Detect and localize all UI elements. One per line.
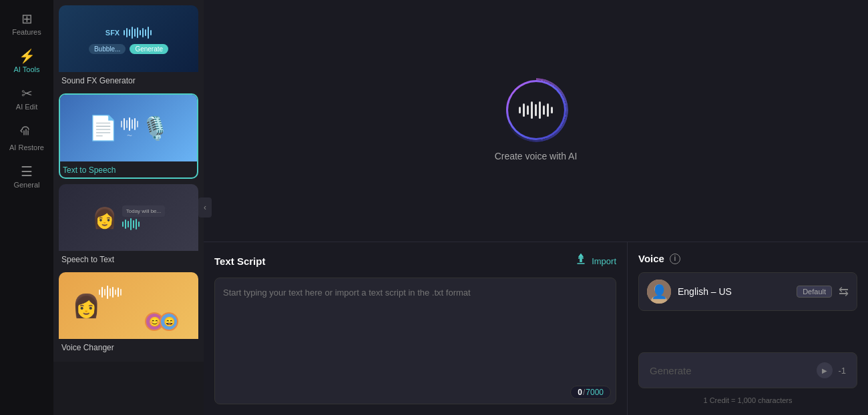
wave-bar-1	[519, 107, 521, 113]
sidebar-card-speech-to-text[interactable]: 👩 Today will be...	[59, 184, 198, 267]
tts-thumbnail: 📄 〜 🎙️	[60, 95, 197, 161]
credit-cost: -1	[838, 366, 846, 376]
char-max: 7000	[586, 388, 604, 397]
stt-label: Speech to Text	[59, 251, 198, 267]
left-navigation: ⊞ Features ⚡ AI Tools ✂ AI Edit AI Resto…	[0, 0, 53, 415]
general-icon: ☰	[21, 165, 33, 178]
features-icon: ⊞	[21, 12, 33, 25]
sidebar: SFX	[53, 0, 204, 362]
char-separator: /	[583, 388, 585, 397]
avatar-image	[647, 280, 671, 304]
nav-item-general[interactable]: ☰ General	[3, 159, 50, 194]
import-button[interactable]: Import	[574, 253, 616, 270]
wave-bar-7	[543, 105, 545, 115]
voice-header: Voice i	[638, 253, 857, 264]
nav-item-features[interactable]: ⊞ Features	[3, 7, 50, 41]
nav-label-features: Features	[12, 28, 41, 36]
sidebar-collapse-button[interactable]: ‹	[198, 197, 212, 218]
swap-icon[interactable]: ⇆	[839, 284, 849, 299]
avatar	[647, 280, 671, 304]
ai-edit-icon: ✂	[21, 87, 33, 100]
nav-item-ai-edit[interactable]: ✂ AI Edit	[3, 81, 50, 116]
main-content: Create voice with AI Text Script Impo	[204, 0, 868, 415]
sidebar-card-voice-changer[interactable]: 👩 😊 😄	[59, 272, 198, 355]
ai-tools-icon: ⚡	[19, 49, 35, 63]
stt-thumbnail: 👩 Today will be...	[59, 184, 198, 251]
preview-area: Create voice with AI	[204, 0, 868, 242]
wave-bar-6	[539, 101, 541, 119]
info-icon: i	[670, 254, 680, 264]
sidebar-card-text-to-speech[interactable]: 📄 〜 🎙️	[59, 93, 198, 179]
import-icon	[574, 253, 588, 270]
generate-button[interactable]: Generate ▶ -1	[638, 352, 857, 388]
char-current: 0	[578, 388, 582, 397]
voice-name: English – US	[678, 286, 790, 297]
char-counter: 0 / 7000	[570, 386, 611, 399]
sound-fx-label: Sound FX Generator	[59, 72, 198, 88]
svg-point-4	[647, 280, 671, 304]
bottom-panels: Text Script Import 0	[204, 242, 868, 415]
nav-item-ai-tools[interactable]: ⚡ AI Tools	[3, 44, 50, 79]
generate-right: ▶ -1	[817, 362, 846, 378]
wave-bar-3	[527, 105, 529, 115]
voice-title: Voice	[638, 253, 664, 264]
nav-label-ai-edit: AI Edit	[16, 103, 37, 111]
tts-label: Text to Speech	[60, 161, 197, 177]
wave-bar-8	[547, 103, 549, 117]
voice-selector[interactable]: English – US Default ⇆	[638, 272, 857, 311]
import-label: Import	[592, 256, 616, 266]
generate-play-icon: ▶	[817, 362, 833, 378]
sidebar-card-sound-fx[interactable]: SFX	[59, 5, 198, 88]
nav-label-ai-tools: AI Tools	[14, 65, 40, 73]
sound-fx-thumbnail: SFX	[59, 5, 198, 72]
wave-bar-9	[551, 107, 553, 113]
create-voice-label: Create voice with AI	[495, 151, 578, 161]
vc-label: Voice Changer	[59, 339, 198, 355]
text-script-title: Text Script	[214, 256, 265, 267]
script-textarea[interactable]	[214, 278, 616, 404]
nav-label-general: General	[13, 181, 39, 189]
wave-bar-5	[535, 104, 537, 116]
wave-bar-2	[523, 103, 525, 117]
ai-restore-icon	[19, 124, 34, 141]
vc-thumbnail: 👩 😊 😄	[59, 272, 198, 339]
text-area-wrapper: 0 / 7000	[214, 278, 616, 404]
svg-point-6	[651, 296, 667, 304]
default-badge: Default	[797, 286, 832, 298]
credit-info: 1 Credit = 1,000 characters	[638, 396, 857, 404]
svg-point-5	[654, 284, 664, 294]
nav-label-ai-restore: AI Restore	[9, 143, 44, 151]
nav-item-ai-restore[interactable]: AI Restore	[3, 119, 50, 157]
text-script-header: Text Script Import	[214, 253, 616, 270]
generate-label: Generate	[650, 365, 692, 376]
sidebar-wrapper: SFX	[53, 0, 204, 415]
voice-panel: Voice i English – US Default ⇆	[628, 242, 868, 415]
ai-waveform	[519, 101, 553, 119]
ai-voice-circle	[506, 80, 566, 140]
wave-bar-4	[531, 101, 533, 119]
text-script-panel: Text Script Import 0	[204, 242, 628, 415]
